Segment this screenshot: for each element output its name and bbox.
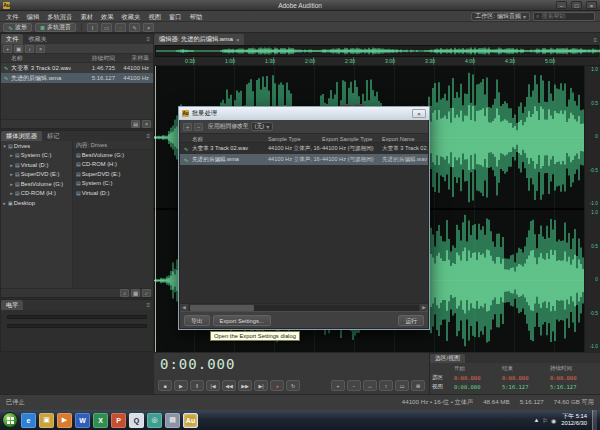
transport-skip-to-start[interactable]: |◀ <box>206 380 220 391</box>
selection-duration[interactable]: 0:00.000 <box>550 375 598 381</box>
disclosure-closed-icon[interactable]: ▸ <box>8 181 15 187</box>
menu-edit[interactable]: 编辑 <box>23 11 44 22</box>
tab-media-browser[interactable]: 媒体浏览器 <box>1 131 42 141</box>
tree-item-desktop[interactable]: ▸ ▣ Desktop <box>1 198 72 208</box>
remove-files-button[interactable]: − <box>194 123 203 131</box>
transport-stop[interactable]: ■ <box>158 380 172 391</box>
menu-favorites[interactable]: 收藏夹 <box>118 11 145 22</box>
transport-pause[interactable]: ‖ <box>190 380 204 391</box>
maximize-button[interactable]: □ <box>571 1 582 9</box>
disclosure-closed-icon[interactable]: ▸ <box>8 162 15 168</box>
taskbar-icon-qq[interactable]: Q <box>129 413 144 428</box>
menu-effects[interactable]: 效果 <box>97 11 118 22</box>
disclosure-closed-icon[interactable]: ▸ <box>8 152 15 158</box>
zoom-zoom-to-selection[interactable]: ▭ <box>395 380 409 391</box>
minimize-button[interactable]: – <box>556 1 567 9</box>
tray-volume-icon[interactable]: ◉ <box>551 417 556 424</box>
contents-item[interactable]: ▤CD-ROM (H:) <box>73 160 153 170</box>
zoom-zoom-vertical-full[interactable]: ↕ <box>379 380 393 391</box>
playhead[interactable] <box>155 66 156 352</box>
lasso-selection-tool[interactable]: ◌ <box>115 23 126 32</box>
list-view-icon[interactable]: ▤ <box>131 120 140 128</box>
disclosure-open-icon[interactable]: ▾ <box>1 143 8 149</box>
selection-end[interactable]: 0:00.000 <box>502 375 550 381</box>
run-button[interactable]: 运行 <box>398 315 424 326</box>
insert-multitrack-button[interactable]: ♪ <box>25 45 34 53</box>
zoom-zoom-out-horizontal[interactable]: − <box>347 380 361 391</box>
multitrack-view-button[interactable]: ≣ 多轨混音 <box>35 23 76 32</box>
tree-item-bestvolume-g[interactable]: ▸ ▤ BestVolume (G:) <box>1 179 72 189</box>
tab-favorites[interactable]: 收藏夹 <box>23 34 52 44</box>
time-selection-tool[interactable]: I <box>87 23 98 32</box>
transport-rewind[interactable]: ◀◀ <box>222 380 236 391</box>
tree-item-system-c[interactable]: ▸ ▤ System (C:) <box>1 151 72 161</box>
dialog-file-row[interactable]: ∿ 大变革 3 Track 02.wav 44100 Hz 立体声, 16-位 … <box>180 143 428 154</box>
dialog-horizontal-scrollbar[interactable]: ◀ ▶ <box>180 303 428 311</box>
close-button[interactable]: × <box>586 1 597 9</box>
taskbar-icon-notepad[interactable]: ▤ <box>165 413 180 428</box>
taskbar-clock[interactable]: 下午 5:14 2012/6/30 <box>559 413 589 426</box>
taskbar-icon-audition[interactable]: Au <box>183 413 198 428</box>
contents-item[interactable]: ▤BestVolume (G:) <box>73 150 153 160</box>
tab-levels[interactable]: 电平 <box>1 300 23 310</box>
taskbar-icon-word[interactable]: W <box>75 413 90 428</box>
column-export-sample-type[interactable]: Export Sample Type <box>322 134 382 142</box>
menu-view[interactable]: 视图 <box>144 11 165 22</box>
panel-menu-icon[interactable]: ≡ <box>143 34 153 44</box>
taskbar-icon-browser[interactable]: ◎ <box>147 413 162 428</box>
apply-favorite-dropdown[interactable]: (无) ▾ <box>251 122 274 131</box>
waveform-view-button[interactable]: ∿ 波形 <box>3 23 32 32</box>
column-name[interactable]: 名称 <box>1 54 71 62</box>
view-duration[interactable]: 5:16.127 <box>550 384 598 390</box>
scrollbar-thumb[interactable] <box>190 305 254 311</box>
tab-markers[interactable]: 标记 <box>42 131 64 141</box>
view-row[interactable]: 视图 0:00.000 5:16.127 5:16.127 <box>432 382 598 391</box>
transport-fast-forward[interactable]: ▶▶ <box>238 380 252 391</box>
time-display[interactable]: 0:00.000 <box>160 356 235 372</box>
zoom-zoom-in-horizontal[interactable]: + <box>331 380 345 391</box>
taskbar-icon-internet-explorer[interactable]: e <box>21 413 36 428</box>
show-desktop-button[interactable] <box>592 410 597 430</box>
contents-item[interactable]: ▤System (C:) <box>73 179 153 189</box>
menu-help[interactable]: 帮助 <box>186 11 207 22</box>
filter-audio-icon[interactable]: ♪ <box>120 289 129 297</box>
dialog-close-button[interactable]: × <box>412 109 426 118</box>
contents-item[interactable]: ▤SuperDVD (E:) <box>73 169 153 179</box>
search-icon[interactable]: ⌕ <box>142 289 151 297</box>
amplitude-ruler[interactable]: 1.00.50-0.5-1.0 1.00.50-0.5-1.0 <box>584 66 600 352</box>
column-export-name[interactable]: Export Name <box>382 134 428 142</box>
tray-network-icon[interactable]: ⚐ <box>543 417 548 424</box>
contents-item[interactable]: ▤Virtual (D:) <box>73 188 153 198</box>
panel-menu-icon[interactable]: ≡ <box>143 300 153 310</box>
column-sample-rate[interactable]: 采样率 <box>115 54 151 62</box>
tray-expand-icon[interactable]: ▲ <box>534 417 540 424</box>
taskbar-icon-media-player[interactable]: ▶ <box>57 413 72 428</box>
taskbar-icon-file-explorer[interactable]: ▣ <box>39 413 54 428</box>
help-search-box[interactable]: ⌕ <box>533 12 595 21</box>
zoom-zoom-reset[interactable]: ⊞ <box>411 380 425 391</box>
taskbar-icon-powerpoint[interactable]: P <box>111 413 126 428</box>
filter-view-icon[interactable]: ▦ <box>131 289 140 297</box>
view-start[interactable]: 0:00.000 <box>454 384 502 390</box>
editor-tab[interactable]: 编辑器: 先进的后编辑.wma × <box>154 34 244 45</box>
paintbrush-tool[interactable]: ✎ <box>129 23 140 32</box>
panel-menu-icon[interactable]: ≡ <box>143 131 153 141</box>
transport-loop[interactable]: ↻ <box>286 380 300 391</box>
dialog-titlebar[interactable]: Au 批量处理 × <box>179 107 429 120</box>
column-duration[interactable]: 持续时间 <box>71 54 115 62</box>
zoom-zoom-horizontal-full[interactable]: ↔ <box>363 380 377 391</box>
disclosure-closed-icon[interactable]: ▸ <box>1 200 8 206</box>
delete-file-icon[interactable]: × <box>142 120 151 128</box>
close-file-button[interactable]: × <box>36 45 45 53</box>
column-sample-type[interactable]: Sample Type <box>268 134 322 142</box>
selection-start[interactable]: 0:00.000 <box>454 375 502 381</box>
tab-files[interactable]: 文件 <box>1 34 23 44</box>
dialog-file-row-selected[interactable]: ∿ 先进的后编辑.wma 44100 Hz 立体声, 16-位 44100 Hz… <box>180 154 428 165</box>
taskbar-icon-excel[interactable]: X <box>93 413 108 428</box>
help-search-input[interactable] <box>541 13 591 19</box>
eraser-tool[interactable]: × <box>143 23 154 32</box>
import-file-button[interactable]: + <box>3 45 12 53</box>
transport-record[interactable]: ● <box>270 380 284 391</box>
add-files-button[interactable]: + <box>183 123 192 131</box>
file-row[interactable]: ∿ 大变革 3 Track 02.wav 1:46.735 44100 Hz <box>1 63 153 73</box>
